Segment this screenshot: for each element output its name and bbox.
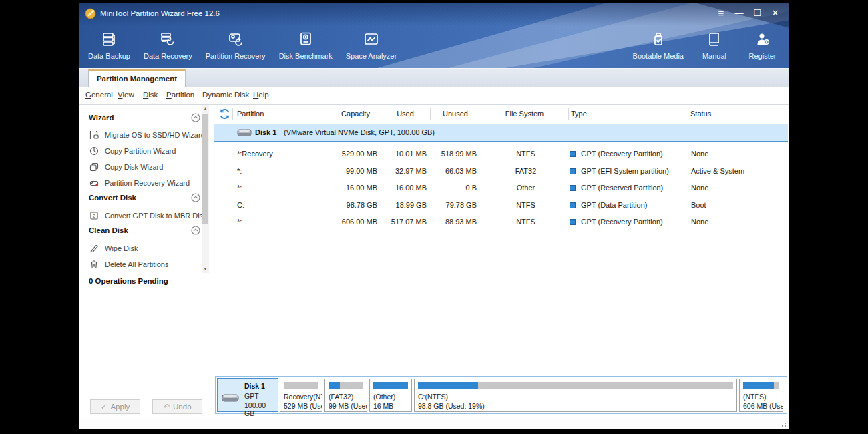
scroll-down-icon[interactable]: ▾ xyxy=(202,265,209,273)
undo-button[interactable]: ↶Undo xyxy=(152,399,202,414)
toolbar-label: Disk Benchmark xyxy=(279,52,333,60)
block-name: (FAT32) xyxy=(329,393,353,401)
table-row[interactable]: *: 16.00 MB 16.00 MB 0 B Other GPT (Rese… xyxy=(214,180,788,196)
sidebar-item-delete-all-partitions[interactable]: Delete All Partitions xyxy=(89,259,168,269)
partition-type-icon xyxy=(570,168,576,174)
apply-button[interactable]: ✓Apply xyxy=(90,399,140,414)
menu-general[interactable]: General xyxy=(85,91,113,99)
table-row[interactable]: *: 99.00 MB 32.97 MB 66.03 MB FAT32 GPT … xyxy=(214,163,788,180)
col-capacity[interactable]: Capacity xyxy=(331,110,381,118)
disk-map-block-recovery[interactable]: Recovery(NTI 529 MB (Usec xyxy=(280,379,322,412)
resize-grip[interactable] xyxy=(780,421,787,427)
col-status[interactable]: Status xyxy=(690,110,711,118)
sidebar-item-copy-disk[interactable]: Copy Disk Wizard xyxy=(89,162,163,172)
sidebar-item-label: Copy Disk Wizard xyxy=(105,163,163,171)
usage-bar xyxy=(284,382,318,389)
cell-used: 16.00 MB xyxy=(377,184,427,192)
refresh-icon[interactable] xyxy=(219,108,230,120)
table-row[interactable]: *:Recovery 529.00 MB 10.01 MB 518.99 MB … xyxy=(214,146,788,162)
disk-map-block-other[interactable]: (Other) 16 MB xyxy=(369,379,412,412)
delete-all-partitions-icon xyxy=(89,259,99,269)
manual-button[interactable]: Manual xyxy=(690,30,738,60)
scroll-up-icon[interactable]: ▴ xyxy=(202,105,209,113)
toolbar-label: Manual xyxy=(702,52,726,60)
cell-used: 10.01 MB xyxy=(377,150,427,158)
col-partition[interactable]: Partition xyxy=(237,110,264,118)
sidebar-item-wipe-disk[interactable]: Wipe Disk xyxy=(89,243,138,253)
usage-bar xyxy=(418,382,733,389)
collapse-chevron-icon[interactable] xyxy=(191,193,200,202)
cell-status: Active & System xyxy=(691,167,744,175)
table-row[interactable]: C: 98.78 GB 18.99 GB 79.78 GB NTFS GPT (… xyxy=(214,197,788,214)
cell-type: GPT (Recovery Partition) xyxy=(581,218,663,226)
tab-partition-management[interactable]: Partition Management xyxy=(88,69,186,87)
disk-map-block-fat32[interactable]: (FAT32) 99 MB (Used: xyxy=(324,379,367,412)
partition-recovery-button[interactable]: Partition Recovery xyxy=(199,30,272,60)
cell-type: GPT (Reserved Partition) xyxy=(581,184,663,192)
window-menu-button[interactable]: ≡ xyxy=(715,7,727,19)
usage-bar xyxy=(373,382,408,389)
column-divider xyxy=(688,108,688,120)
menu-disk[interactable]: Disk xyxy=(143,91,158,99)
toolbar-label: Bootable Media xyxy=(633,52,684,60)
col-unused[interactable]: Unused xyxy=(430,110,481,118)
cell-file-system: Other xyxy=(482,184,570,192)
maximize-button[interactable]: ☐ xyxy=(751,7,763,19)
sidebar-item-label: Copy Partition Wizard xyxy=(105,147,176,155)
data-backup-button[interactable]: Data Backup xyxy=(81,30,137,60)
scrollbar-thumb[interactable] xyxy=(202,114,208,224)
close-button[interactable]: ✕ xyxy=(769,7,781,19)
block-size: 99 MB (Used: xyxy=(329,402,367,410)
column-divider xyxy=(568,108,569,120)
block-size: 606 MB (Usec xyxy=(743,402,783,410)
sidebar-scrollbar[interactable]: ▴ ▾ xyxy=(202,105,209,273)
cell-file-system: NTFS xyxy=(482,150,570,158)
cell-capacity: 529.00 MB xyxy=(327,150,377,158)
disk-benchmark-icon xyxy=(296,30,314,48)
sidebar-item-copy-partition[interactable]: Copy Partition Wizard xyxy=(89,146,176,156)
disk-map-block-ntfs[interactable]: (NTFS) 606 MB (Usec xyxy=(739,379,783,412)
wipe-disk-icon xyxy=(89,243,99,253)
disk-map-disk-info[interactable]: Disk 1 GPT 100.00 GB xyxy=(217,378,278,412)
menu-bar: General View Disk Partition Dynamic Disk… xyxy=(79,87,789,105)
disk-map-block-c[interactable]: C:(NTFS) 98.8 GB (Used: 19%) xyxy=(414,379,737,412)
menu-help[interactable]: Help xyxy=(253,91,269,99)
sidebar-item-migrate-os[interactable]: Migrate OS to SSD/HD Wizard xyxy=(89,130,205,140)
table-header: Partition Capacity Used Unused File Syst… xyxy=(212,105,788,122)
col-type[interactable]: Type xyxy=(571,110,587,118)
bootable-media-button[interactable]: Bootable Media xyxy=(626,30,690,60)
sidebar-item-label: Convert GPT Disk to MBR Disk xyxy=(105,212,207,220)
menu-view[interactable]: View xyxy=(118,91,134,99)
cell-capacity: 99.00 MB xyxy=(327,167,377,175)
col-used[interactable]: Used xyxy=(381,110,430,118)
collapse-chevron-icon[interactable] xyxy=(191,113,200,122)
header-banner: MiniTool Partition Wizard Free 12.6 ≡ — … xyxy=(79,3,789,68)
desktop-background: MiniTool Partition Wizard Free 12.6 ≡ — … xyxy=(0,0,868,434)
check-icon: ✓ xyxy=(101,403,107,411)
data-recovery-button[interactable]: Data Recovery xyxy=(137,30,199,60)
toolbar-label: Partition Recovery xyxy=(206,52,266,60)
menu-dynamic-disk[interactable]: Dynamic Disk xyxy=(202,91,249,99)
disk-group-row[interactable]: Disk 1 (VMware Virtual NVMe Disk, GPT, 1… xyxy=(214,124,788,142)
space-analyzer-button[interactable]: Space Analyzer xyxy=(339,30,403,60)
cell-capacity: 606.00 MB xyxy=(327,218,377,226)
sidebar-item-partition-recovery-wizard[interactable]: Partition Recovery Wizard xyxy=(89,178,190,188)
cell-unused: 88.93 MB xyxy=(427,218,477,226)
space-analyzer-icon xyxy=(362,30,380,48)
col-file-system[interactable]: File System xyxy=(481,110,568,118)
menu-partition[interactable]: Partition xyxy=(166,91,194,99)
table-row[interactable]: *: 606.00 MB 517.07 MB 88.93 MB NTFS GPT… xyxy=(214,214,788,230)
collapse-chevron-icon[interactable] xyxy=(191,226,200,235)
sidebar-item-convert-gpt-mbr[interactable]: 2 Convert GPT Disk to MBR Disk xyxy=(89,210,207,220)
cell-file-system: FAT32 xyxy=(482,167,570,175)
undo-arrow-icon: ↶ xyxy=(163,403,170,411)
disk-benchmark-button[interactable]: Disk Benchmark xyxy=(272,30,339,60)
register-button[interactable]: Register xyxy=(738,30,787,60)
hard-disk-icon xyxy=(222,392,239,403)
minimize-button[interactable]: — xyxy=(733,7,745,19)
disk-name: Disk 1 xyxy=(255,128,276,136)
column-divider xyxy=(232,108,233,120)
cell-unused: 79.78 GB xyxy=(427,201,477,209)
app-logo-icon xyxy=(85,8,96,19)
title-bar: MiniTool Partition Wizard Free 12.6 ≡ — … xyxy=(79,3,789,23)
